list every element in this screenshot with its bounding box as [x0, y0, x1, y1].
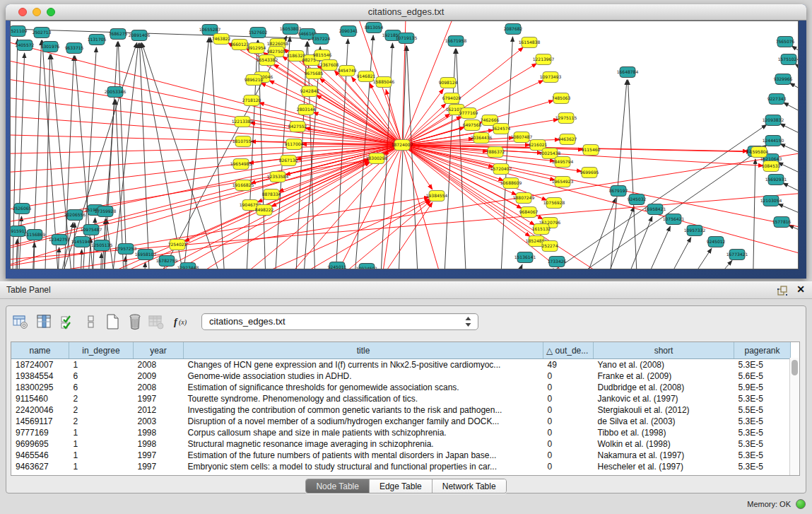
graph-node[interactable]: 7886372: [486, 147, 505, 158]
table-cell[interactable]: 5.3E-5: [734, 438, 791, 450]
graph-node[interactable]: 15136141: [514, 252, 536, 263]
graph-node[interactable]: 16543382: [257, 55, 278, 66]
table-cell[interactable]: Dudbridge et al. (2008): [594, 382, 734, 393]
table-cell[interactable]: 0: [543, 450, 594, 461]
function-builder-icon[interactable]: f(x): [172, 312, 192, 332]
table-cell[interactable]: 0: [543, 370, 594, 382]
table-cell[interactable]: 22420046: [11, 404, 69, 416]
graph-node[interactable]: 20053346: [105, 87, 126, 98]
table-row[interactable]: 1456911722003Disruption of a novel membe…: [11, 416, 791, 427]
graph-node[interactable]: 18724007: [392, 140, 413, 151]
table-cell[interactable]: 6: [69, 370, 134, 382]
memory-status-indicator[interactable]: [796, 499, 806, 509]
table-cell[interactable]: 0: [543, 404, 594, 416]
graph-node[interactable]: 1595804: [750, 147, 769, 158]
graph-node[interactable]: 1131705: [88, 35, 107, 45]
graph-node[interactable]: 16671958: [445, 36, 467, 47]
table-cell[interactable]: Jankovic et al. (1997): [594, 393, 734, 404]
table-cell[interactable]: 5.3E-5: [734, 393, 791, 404]
graph-node[interactable]: 8660123: [230, 40, 249, 50]
graph-node[interactable]: 7521109: [11, 26, 28, 37]
table-cell[interactable]: Changes of HCN gene expression and I(f) …: [184, 359, 543, 371]
table-cell[interactable]: 5.9E-5: [734, 382, 791, 393]
graph-node[interactable]: 252274: [542, 241, 558, 252]
graph-node[interactable]: 7686275: [109, 29, 128, 40]
node-table[interactable]: namein_degreeyeartitle△ out_de...shortpa…: [11, 341, 800, 476]
graph-node[interactable]: 12093832: [763, 115, 784, 126]
graph-node[interactable]: 8912954: [247, 43, 266, 54]
graph-node[interactable]: 6497568: [463, 120, 482, 131]
graph-node[interactable]: 10973493: [540, 72, 562, 83]
new-table-icon[interactable]: [102, 312, 122, 332]
graph-node[interactable]: 20364436: [471, 133, 493, 144]
graph-node[interactable]: 2718120: [242, 95, 261, 106]
table-cell[interactable]: 0: [543, 416, 594, 427]
graph-node[interactable]: 16648784: [617, 67, 639, 78]
graph-node[interactable]: 7357224: [312, 34, 331, 45]
float-panel-icon[interactable]: [777, 285, 788, 296]
graph-node[interactable]: 7485063: [552, 93, 571, 104]
graph-node[interactable]: 19654985: [230, 159, 252, 170]
table-row[interactable]: 946554611997Estimation of the future num…: [11, 450, 791, 461]
column-header-name[interactable]: name: [11, 342, 69, 359]
table-cell[interactable]: 1997: [134, 461, 184, 472]
graph-node[interactable]: 1527602: [249, 28, 268, 38]
table-cell[interactable]: 0: [543, 382, 594, 393]
graph-node[interactable]: 16154838: [519, 37, 541, 48]
table-cell[interactable]: 5.3E-5: [734, 359, 791, 371]
graph-node[interactable]: 8267130: [279, 156, 298, 166]
table-cell[interactable]: 1: [69, 359, 134, 371]
graph-node[interactable]: 10756928: [543, 198, 565, 209]
graph-node[interactable]: 10688609: [500, 178, 522, 189]
graph-node[interactable]: 12213389: [232, 117, 254, 127]
graph-node[interactable]: 11451940: [71, 237, 93, 247]
table-row[interactable]: 946362711997Embryonic stem cells: a mode…: [11, 461, 791, 472]
close-panel-icon[interactable]: ✕: [796, 284, 805, 295]
graph-node[interactable]: 9245012: [707, 237, 726, 247]
select-columns-icon[interactable]: [57, 312, 77, 332]
graph-node[interactable]: 8427552: [288, 122, 307, 132]
table-cell[interactable]: 5.5E-5: [734, 404, 791, 416]
table-column-edit-icon[interactable]: [34, 312, 54, 332]
graph-node[interactable]: 2087682: [504, 24, 523, 35]
graph-node[interactable]: 7463822: [212, 34, 231, 45]
table-cell[interactable]: 2008: [134, 382, 184, 393]
table-cell[interactable]: Nakamura et al. (1997): [594, 450, 734, 461]
table-cell[interactable]: 2012: [134, 404, 184, 416]
graph-node[interactable]: 9675685: [305, 69, 324, 79]
graph-node[interactable]: 12103054: [760, 196, 782, 206]
window-titlebar[interactable]: citations_edges.txt: [6, 4, 806, 21]
graph-node[interactable]: 18495794: [552, 157, 574, 168]
graph-node[interactable]: 9699695: [580, 168, 599, 178]
table-cell[interactable]: 2003: [134, 416, 184, 427]
graph-node[interactable]: 16958421: [645, 204, 666, 215]
graph-node[interactable]: 10807487: [511, 132, 533, 143]
table-cell[interactable]: 9699695: [11, 438, 69, 450]
table-cell[interactable]: 9777169: [11, 427, 69, 438]
column-header-short[interactable]: short: [594, 342, 734, 359]
merge-rows-icon[interactable]: [81, 312, 101, 332]
table-row[interactable]: 2242004622012Investigating the contribut…: [11, 404, 791, 416]
tab-edge-table[interactable]: Edge Table: [370, 479, 433, 493]
graph-node[interactable]: 8454749: [338, 66, 357, 76]
graph-node[interactable]: 8498222: [255, 205, 274, 216]
tab-network-table[interactable]: Network Table: [433, 479, 506, 493]
table-cell[interactable]: 49: [543, 359, 594, 371]
graph-node[interactable]: 7565076: [776, 37, 795, 47]
graph-node[interactable]: 12923448: [177, 263, 199, 269]
graph-node[interactable]: 15692931: [765, 175, 787, 185]
graph-node[interactable]: 1577816: [772, 217, 792, 228]
table-cell[interactable]: Estimation of the future numbers of pati…: [184, 450, 543, 461]
network-canvas[interactable]: 7521109250271324055726301976963371511317…: [10, 21, 799, 269]
graph-node[interactable]: 9777169: [459, 108, 478, 119]
table-cell[interactable]: 0: [543, 438, 594, 450]
graph-node[interactable]: 12342757: [49, 235, 71, 245]
graph-node[interactable]: 9245011: [328, 262, 347, 269]
graph-node[interactable]: 12444150: [763, 136, 784, 146]
table-cell[interactable]: 0: [543, 461, 594, 472]
graph-node[interactable]: 6301976: [41, 42, 60, 52]
graph-node[interactable]: 16782759: [156, 256, 178, 267]
table-vertical-scrollbar[interactable]: [789, 358, 799, 475]
graph-node[interactable]: 3624574: [492, 124, 511, 134]
table-row[interactable]: 977716911998Corpus callosum shape and si…: [11, 427, 791, 438]
